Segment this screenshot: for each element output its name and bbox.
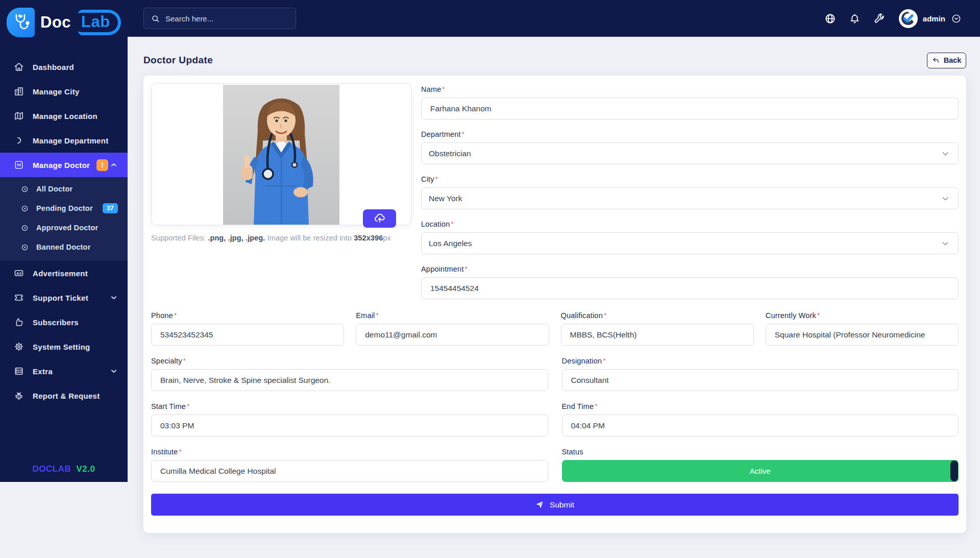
field-phone: Phone* — [151, 311, 344, 346]
top-bar: admin — [128, 0, 980, 37]
sidebar-item-all-doctor[interactable]: All Doctor — [0, 179, 128, 199]
required-mark: * — [376, 311, 379, 319]
sub-item-label: All Doctor — [36, 185, 72, 193]
city-select[interactable]: New York — [421, 187, 959, 209]
upload-photo-button[interactable] — [363, 209, 396, 228]
sidebar-item-extra[interactable]: Extra — [0, 359, 128, 383]
search-box[interactable] — [143, 8, 296, 29]
sidebar-item-label: Dashboard — [33, 63, 74, 71]
chevron-down-icon — [110, 368, 117, 375]
sidebar-item-label: Support Ticket — [33, 294, 88, 302]
field-email: Email* — [356, 311, 549, 346]
email-input[interactable] — [356, 324, 549, 346]
location-select[interactable]: Los Angeles — [421, 232, 959, 254]
sidebar-item-advertisement[interactable]: Ad Advertisement — [0, 261, 128, 285]
sidebar-item-label: Advertisement — [33, 269, 88, 278]
currently-work-input[interactable] — [766, 324, 959, 346]
stethoscope-logo-tile — [7, 8, 35, 37]
department-label: Department — [421, 130, 461, 138]
app-screen: Doc Lab Dashboard Manage City Manage Loc… — [0, 0, 980, 558]
field-specialty: Specialty* — [151, 357, 548, 391]
field-end-time: End Time* — [562, 402, 959, 436]
qualification-input[interactable] — [561, 324, 754, 346]
bug-icon — [14, 391, 24, 401]
end-time-input[interactable] — [562, 415, 959, 436]
status-toggle-handle[interactable] — [950, 460, 958, 481]
globe-icon[interactable] — [824, 13, 836, 25]
sidebar-item-manage-doctor[interactable]: Manage Doctor ! — [0, 153, 128, 177]
designation-input[interactable] — [562, 369, 959, 391]
back-button[interactable]: Back — [927, 53, 966, 68]
field-city: City* New York — [421, 175, 959, 209]
required-mark: * — [595, 402, 597, 410]
currently-work-label: Currently Work — [766, 311, 816, 320]
user-name[interactable]: admin — [923, 14, 945, 23]
search-input[interactable] — [165, 14, 288, 23]
sidebar-item-manage-location[interactable]: Manage Location — [0, 104, 128, 128]
location-value: Los Angeles — [429, 239, 472, 248]
institute-status-row: Institute* Status Active — [151, 448, 959, 482]
wrench-icon[interactable] — [873, 13, 885, 25]
topbar-actions: admin — [812, 9, 961, 28]
app-version-name: DOCLAB — [33, 464, 71, 474]
required-mark: * — [442, 85, 445, 93]
hospital-icon — [14, 160, 24, 170]
sidebar-item-label: Manage Doctor — [33, 161, 90, 169]
sidebar-item-label: Extra — [33, 367, 53, 376]
field-currently-work: Currently Work* — [766, 311, 959, 346]
sidebar-item-manage-department[interactable]: Manage Department — [0, 128, 128, 153]
upload-hint-filetypes: .png, .jpg, .jpeg. — [208, 234, 265, 242]
required-mark: * — [462, 130, 464, 138]
chevron-up-icon — [110, 161, 117, 168]
sidebar-item-approved-doctor[interactable]: Approved Doctor — [0, 218, 128, 237]
primary-fields: Name* Department* Obstetrician City* — [421, 83, 959, 299]
phone-label: Phone — [151, 311, 173, 320]
start-time-input[interactable] — [151, 415, 548, 436]
submit-button[interactable]: Submit — [151, 494, 959, 516]
field-status: Status Active — [562, 448, 959, 482]
sub-item-label: Approved Doctor — [36, 224, 98, 232]
field-institute: Institute* — [151, 448, 548, 482]
department-icon — [14, 135, 24, 145]
sidebar-item-banned-doctor[interactable]: Banned Doctor — [0, 237, 128, 257]
avatar-check-icon — [900, 11, 916, 26]
specialty-label: Specialty — [151, 357, 182, 365]
sidebar-item-pending-doctor[interactable]: Pending Doctor 37 — [0, 199, 128, 218]
department-select[interactable]: Obstetrician — [421, 142, 959, 164]
alert-badge: ! — [96, 159, 108, 171]
back-button-label: Back — [944, 56, 962, 64]
manage-doctor-submenu: All Doctor Pending Doctor 37 Approved Do… — [0, 177, 128, 261]
chevron-down-circle-icon[interactable] — [951, 14, 961, 23]
appointment-input[interactable] — [421, 277, 959, 299]
required-mark: * — [451, 220, 453, 228]
circle-dot-icon — [21, 205, 29, 212]
pending-count-badge: 37 — [103, 203, 118, 213]
sidebar-item-subscribers[interactable]: Subscribers — [0, 310, 128, 334]
sub-item-label: Pending Doctor — [36, 204, 93, 212]
chevron-down-icon — [941, 150, 949, 158]
sidebar-item-manage-city[interactable]: Manage City — [0, 79, 128, 104]
paper-plane-icon — [535, 500, 544, 509]
phone-input[interactable] — [151, 324, 344, 346]
sidebar-item-report-request[interactable]: Report & Request — [0, 383, 128, 408]
sidebar-item-dashboard[interactable]: Dashboard — [0, 55, 128, 79]
logo-text-lab: Lab — [78, 10, 121, 35]
ticket-icon — [14, 293, 24, 303]
appointment-label: Appointment — [421, 265, 464, 273]
circle-dot-icon — [21, 244, 29, 251]
brand-logo[interactable]: Doc Lab — [0, 0, 128, 37]
chevron-down-icon — [110, 294, 117, 301]
specialty-row: Specialty* Designation* — [151, 357, 959, 391]
name-input[interactable] — [421, 98, 959, 119]
avatar[interactable] — [899, 9, 918, 28]
time-row: Start Time* End Time* — [151, 402, 959, 436]
location-label: Location — [421, 220, 450, 228]
sidebar-item-support-ticket[interactable]: Support Ticket — [0, 285, 128, 310]
institute-input[interactable] — [151, 460, 548, 482]
status-toggle[interactable]: Active — [562, 460, 959, 482]
sidebar-item-system-setting[interactable]: System Setting — [0, 334, 128, 359]
specialty-input[interactable] — [151, 369, 548, 391]
required-mark: * — [183, 357, 186, 365]
bell-icon[interactable] — [849, 13, 861, 25]
sub-item-label: Banned Doctor — [36, 243, 91, 251]
